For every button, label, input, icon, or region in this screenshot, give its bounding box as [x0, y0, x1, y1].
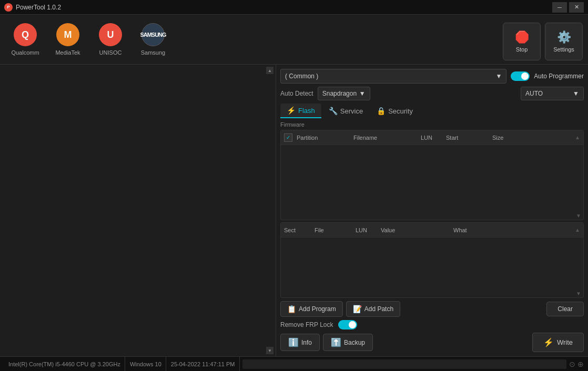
auto-programmer-label: Auto Programmer — [534, 73, 584, 80]
brand-mediatek[interactable]: M MediaTek — [48, 19, 88, 60]
header-lun2: LUN — [356, 227, 377, 233]
patch-table-header: Sect File LUN Value What ▲ — [281, 223, 583, 238]
samsung-label: Samsung — [141, 49, 165, 56]
mediatek-label: MediaTek — [55, 49, 80, 56]
info-label: Info — [301, 339, 312, 346]
frp-row: Remove FRP Lock — [280, 320, 584, 329]
table2-scroll-down[interactable]: ▼ — [576, 291, 581, 296]
auto-value: AUTO — [525, 90, 543, 97]
firmware-table-body — [281, 145, 583, 212]
header-size: Size — [492, 135, 571, 141]
common-select[interactable]: ( Common ) ▼ — [280, 69, 506, 84]
auto-detect-label: Auto Detect — [280, 90, 313, 97]
main-area: ▲ ▼ ( Common ) ▼ Auto Programmer Auto De… — [0, 65, 588, 356]
unisoc-label: UNISOC — [99, 49, 122, 56]
auto-programmer-toggle[interactable] — [511, 71, 530, 81]
info-button[interactable]: ℹ️ Info — [280, 334, 320, 351]
settings-button[interactable]: ⚙️ Settings — [545, 23, 583, 60]
common-select-value: ( Common ) — [285, 73, 318, 80]
table2-scroll-indicator: ▼ — [281, 290, 583, 297]
header-what: What — [453, 227, 571, 233]
brand-unisoc[interactable]: U UNISOC — [90, 19, 130, 60]
backup-button[interactable]: ⬆️ Backup — [323, 334, 373, 351]
qualcomm-label: Qualcomm — [11, 49, 39, 56]
scroll-up-arrow[interactable]: ▲ — [266, 67, 273, 74]
bottom-buttons-row: 📋 Add Program 📝 Add Patch Clear — [280, 301, 584, 317]
unisoc-logo: U — [99, 23, 122, 46]
brand-samsung[interactable]: SAMSUNG Samsung — [133, 19, 173, 60]
write-button[interactable]: ⚡ Write — [532, 333, 584, 352]
auto-programmer-row: Auto Programmer — [511, 71, 584, 81]
header-checkbox[interactable]: ✓ — [284, 133, 292, 142]
service-tab-icon: 🔧 — [329, 107, 338, 115]
write-icon: ⚡ — [543, 337, 554, 347]
add-program-label: Add Program — [299, 305, 336, 313]
add-patch-icon: 📝 — [353, 305, 362, 313]
info-icon: ℹ️ — [288, 337, 299, 347]
table1-scroll-indicator: ▼ — [281, 212, 583, 220]
settings-label: Settings — [553, 46, 574, 53]
snapdragon-arrow: ▼ — [359, 90, 366, 97]
firmware-table: ✓ Partition Filename LUN Start Size ▲ ▼ — [280, 130, 584, 220]
header-file: File — [315, 227, 351, 233]
mediatek-logo: M — [56, 23, 79, 46]
add-patch-button[interactable]: 📝 Add Patch — [346, 301, 400, 317]
status-cpu: Intel(R) Core(TM) i5-4460 CPU @ 3.20GHz — [4, 357, 125, 371]
settings-icon: ⚙️ — [557, 30, 571, 44]
status-datetime: 25-04-2022 11:47:11 PM — [167, 357, 240, 371]
tab-service[interactable]: 🔧 Service — [322, 104, 369, 118]
snapdragon-value: Snapdragon — [322, 90, 357, 97]
header-lun: LUN — [421, 135, 442, 141]
tab-security[interactable]: 🔒 Security — [370, 104, 419, 118]
security-tab-label: Security — [388, 107, 413, 115]
frp-label: Remove FRP Lock — [280, 321, 333, 328]
scroll-down-arrow[interactable]: ▼ — [266, 347, 273, 354]
header-start: Start — [446, 135, 488, 141]
brand-bar-right: 🛑 Stop ⚙️ Settings — [503, 18, 583, 60]
tab-flash[interactable]: ⚡ Flash — [280, 104, 321, 118]
backup-label: Backup — [344, 339, 365, 346]
header-filename: Filename — [353, 135, 417, 141]
status-icon-2[interactable]: ⊕ — [577, 360, 584, 368]
write-label: Write — [557, 338, 573, 346]
auto-arrow: ▼ — [573, 90, 579, 97]
snapdragon-select[interactable]: Snapdragon ▼ — [318, 87, 370, 100]
stop-icon: 🛑 — [515, 30, 529, 44]
status-os: Windows 10 — [126, 357, 166, 371]
add-program-button[interactable]: 📋 Add Program — [280, 301, 343, 317]
qualcomm-logo: Q — [14, 23, 37, 46]
stop-button[interactable]: 🛑 Stop — [503, 23, 541, 60]
brand-bar: Q Qualcomm M MediaTek U UNISOC SAMSUNG S… — [0, 15, 588, 65]
patch-table: Sect File LUN Value What ▲ ▼ — [280, 222, 584, 298]
checkbox-icon: ✓ — [286, 135, 290, 140]
action-row: ℹ️ Info ⬆️ Backup ⚡ Write — [280, 333, 584, 352]
service-tab-label: Service — [340, 107, 363, 115]
minimize-button[interactable]: ─ — [552, 2, 567, 13]
table2-scroll-up[interactable]: ▲ — [575, 227, 580, 233]
title-bar: P PowerTool 1.0.2 ─ ✕ — [0, 0, 588, 15]
firmware-table-header: ✓ Partition Filename LUN Start Size ▲ — [281, 130, 583, 145]
add-patch-label: Add Patch — [364, 305, 393, 313]
backup-icon: ⬆️ — [331, 337, 341, 347]
title-controls: ─ ✕ — [552, 2, 584, 13]
close-button[interactable]: ✕ — [569, 2, 584, 13]
header-value: Value — [381, 227, 449, 233]
brand-qualcomm[interactable]: Q Qualcomm — [5, 19, 45, 60]
add-program-icon: 📋 — [287, 305, 296, 313]
title-bar-left: P PowerTool 1.0.2 — [4, 3, 61, 12]
clear-button[interactable]: Clear — [546, 302, 584, 316]
firmware-label: Firmware — [280, 121, 584, 128]
clear-label: Clear — [557, 305, 573, 313]
auto-select[interactable]: AUTO ▼ — [521, 87, 584, 100]
status-bar: Intel(R) Core(TM) i5-4460 CPU @ 3.20GHz … — [0, 356, 588, 371]
status-icon-1[interactable]: ⊙ — [569, 360, 575, 368]
flash-tab-label: Flash — [298, 107, 315, 115]
stop-label: Stop — [516, 46, 528, 53]
firmware-section: Firmware ✓ Partition Filename LUN Start … — [280, 121, 584, 298]
left-panel: ▲ ▼ — [0, 65, 276, 356]
tabs: ⚡ Flash 🔧 Service 🔒 Security — [280, 104, 584, 118]
table1-scroll-down[interactable]: ▼ — [576, 213, 581, 219]
common-select-arrow: ▼ — [495, 73, 502, 80]
table1-scroll-up[interactable]: ▲ — [575, 135, 580, 140]
frp-toggle[interactable] — [338, 320, 357, 329]
